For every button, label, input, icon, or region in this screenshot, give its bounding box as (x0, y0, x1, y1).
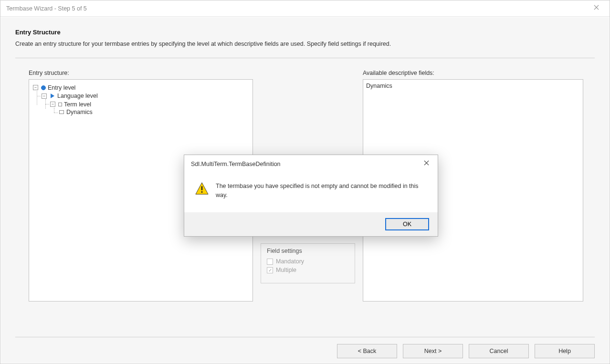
checkbox-icon: ✓ (267, 267, 273, 273)
close-icon (594, 5, 599, 11)
tree-node-label: Entry level (48, 84, 75, 91)
entry-structure-label: Entry structure: (29, 70, 253, 76)
title-bar: Termbase Wizard - Step 5 of 5 (0, 0, 610, 17)
dialog-footer: OK (184, 212, 438, 236)
next-button[interactable]: Next > (403, 344, 463, 358)
dialog-title-bar: Sdl.MultiTerm.TermBaseDefinition (184, 155, 438, 173)
svg-rect-0 (60, 110, 64, 114)
tree-node-term-level[interactable]: − Term level (50, 101, 91, 108)
wizard-window: Termbase Wizard - Step 5 of 5 Entry Stru… (0, 0, 610, 364)
field-icon (59, 109, 64, 115)
tree-node-label: Term level (64, 101, 91, 108)
dialog-title: Sdl.MultiTerm.TermBaseDefinition (191, 161, 281, 167)
dialog-close-button[interactable] (418, 157, 435, 170)
tree-node-label: Dynamics (66, 109, 93, 115)
window-title: Termbase Wizard - Step 5 of 5 (6, 5, 87, 12)
svg-rect-2 (201, 191, 203, 193)
page-heading: Entry Structure (15, 29, 595, 36)
multiple-checkbox: ✓ Multiple (267, 267, 349, 273)
cancel-button[interactable]: Cancel (469, 344, 529, 358)
mandatory-checkbox: Mandatory (267, 258, 349, 265)
bullet-icon (41, 85, 46, 90)
wizard-footer: < Back Next > Cancel Help (15, 337, 595, 358)
dialog-message: The termbase you have specified is not e… (216, 182, 427, 200)
tree-node-entry-level[interactable]: − Entry level (33, 84, 75, 91)
button-label: Cancel (490, 348, 508, 354)
square-icon (58, 103, 62, 106)
page-subheading: Create an entry structure for your termb… (15, 41, 595, 47)
tree-expander-icon[interactable]: − (50, 102, 55, 107)
list-item[interactable]: Dynamics (366, 83, 580, 89)
field-settings-group: Field settings Mandatory ✓ Multiple (261, 243, 355, 283)
close-icon (424, 160, 429, 167)
help-button[interactable]: Help (535, 344, 595, 358)
tree-expander-icon[interactable]: − (42, 94, 47, 99)
dialog-body: The termbase you have specified is not e… (184, 173, 438, 212)
divider (15, 58, 595, 58)
tree-node-label: Language level (57, 93, 98, 99)
button-label: OK (403, 221, 411, 228)
back-button[interactable]: < Back (337, 344, 397, 358)
tree-node-language-level[interactable]: − Language level (42, 93, 98, 99)
field-settings-legend: Field settings (267, 248, 349, 254)
tree-node-field-dynamics[interactable]: Dynamics (59, 109, 93, 115)
play-icon (50, 93, 55, 99)
window-close-button[interactable] (586, 0, 607, 16)
available-fields-label: Available descriptive fields: (363, 70, 583, 76)
error-dialog: Sdl.MultiTerm.TermBaseDefinition The ter… (184, 155, 438, 237)
button-label: Next > (424, 348, 442, 354)
svg-rect-1 (201, 186, 203, 190)
checkbox-label: Multiple (276, 267, 296, 273)
button-label: Help (558, 348, 571, 354)
ok-button[interactable]: OK (385, 218, 429, 230)
warning-icon (195, 182, 209, 200)
button-label: < Back (358, 348, 377, 354)
checkbox-icon (267, 259, 273, 265)
checkbox-label: Mandatory (276, 258, 304, 265)
tree-expander-icon[interactable]: − (33, 85, 38, 90)
